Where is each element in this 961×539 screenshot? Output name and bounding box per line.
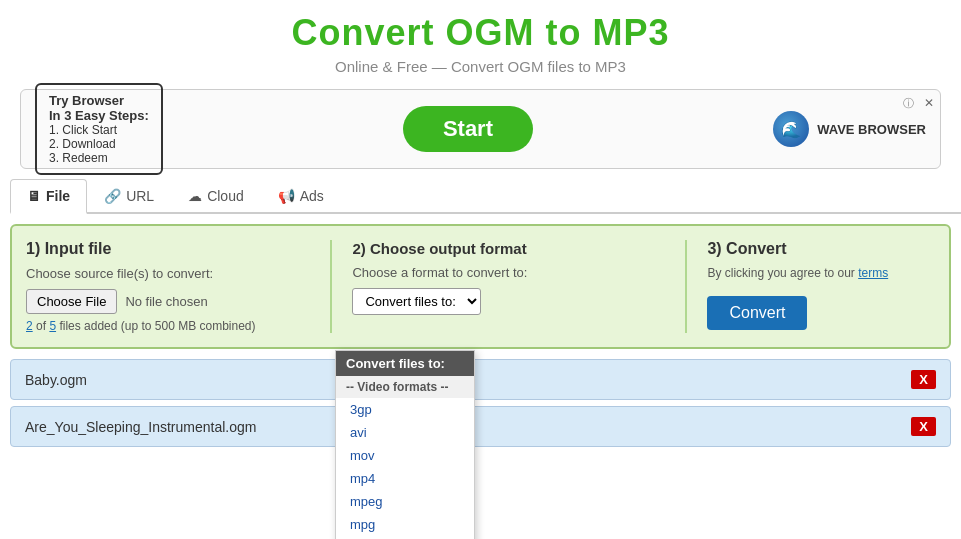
format-option-avi[interactable]: avi — [336, 421, 474, 444]
ad-try-steps: Try BrowserIn 3 Easy Steps: 1. Click Sta… — [35, 83, 163, 175]
file-name-0: Baby.ogm — [25, 372, 87, 388]
ad-close-button[interactable]: ✕ — [924, 96, 934, 110]
file-list: Baby.ogm X Are_You_Sleeping_Instrumental… — [10, 359, 951, 447]
output-description: Choose a format to convert to: — [352, 265, 665, 280]
popup-header: Convert files to: — [336, 351, 474, 376]
choose-file-row: Choose File No file chosen — [26, 289, 310, 314]
output-section: 2) Choose output format Choose a format … — [352, 240, 665, 333]
format-option-mp4[interactable]: mp4 — [336, 467, 474, 490]
page-subtitle: Online & Free — Convert OGM files to MP3 — [0, 58, 961, 75]
output-heading: 2) Choose output format — [352, 240, 665, 257]
no-file-label: No file chosen — [125, 294, 207, 309]
tab-cloud[interactable]: ☁ Cloud — [171, 179, 261, 212]
max-file-link[interactable]: 5 — [49, 319, 56, 333]
start-button[interactable]: Start — [403, 106, 533, 152]
video-formats-header: -- Video formats -- — [336, 376, 474, 398]
file-name-1: Are_You_Sleeping_Instrumental.ogm — [25, 419, 256, 435]
ads-icon: 📢 — [278, 188, 295, 204]
main-panel: 1) Input file Choose source file(s) to c… — [10, 224, 951, 349]
input-heading: 1) Input file — [26, 240, 310, 258]
wave-browser-brand: 🌊 WAVE BROWSER — [773, 111, 926, 147]
remove-file-1-button[interactable]: X — [911, 417, 936, 436]
remove-file-0-button[interactable]: X — [911, 370, 936, 389]
monitor-icon: 🖥 — [27, 188, 41, 204]
page-title: Convert OGM to MP3 — [0, 12, 961, 54]
link-icon: 🔗 — [104, 188, 121, 204]
tab-ads[interactable]: 📢 Ads — [261, 179, 341, 212]
tab-bar: 🖥 File 🔗 URL ☁ Cloud 📢 Ads — [10, 179, 961, 214]
ad-banner: Try BrowserIn 3 Easy Steps: 1. Click Sta… — [20, 89, 941, 169]
section-divider-2 — [685, 240, 687, 333]
choose-file-button[interactable]: Choose File — [26, 289, 117, 314]
format-option-mpeg[interactable]: mpeg — [336, 490, 474, 513]
format-select[interactable]: Convert files to: mp3 aac flac mp4 avi — [352, 288, 481, 315]
file-item-0: Baby.ogm X — [10, 359, 951, 400]
tab-url[interactable]: 🔗 URL — [87, 179, 171, 212]
wave-logo-icon: 🌊 — [773, 111, 809, 147]
file-item-1: Are_You_Sleeping_Instrumental.ogm X — [10, 406, 951, 447]
format-option-mov[interactable]: mov — [336, 444, 474, 467]
file-count-text: 2 of 5 files added (up to 500 MB combine… — [26, 319, 310, 333]
input-description: Choose source file(s) to convert: — [26, 266, 310, 281]
cloud-icon: ☁ — [188, 188, 202, 204]
convert-terms: By clicking you agree to our terms — [707, 266, 935, 280]
section-divider-1 — [330, 240, 332, 333]
convert-button[interactable]: Convert — [707, 296, 807, 330]
input-section: 1) Input file Choose source file(s) to c… — [26, 240, 310, 333]
terms-link[interactable]: terms — [858, 266, 888, 280]
format-dropdown-popup: Convert files to: -- Video formats -- 3g… — [335, 350, 475, 539]
format-option-3gp[interactable]: 3gp — [336, 398, 474, 421]
file-count-link[interactable]: 2 — [26, 319, 33, 333]
convert-heading: 3) Convert — [707, 240, 935, 258]
convert-section: 3) Convert By clicking you agree to our … — [707, 240, 935, 333]
tab-file[interactable]: 🖥 File — [10, 179, 87, 214]
format-option-mpg[interactable]: mpg — [336, 513, 474, 536]
ad-info-icon[interactable]: ⓘ — [903, 96, 914, 111]
